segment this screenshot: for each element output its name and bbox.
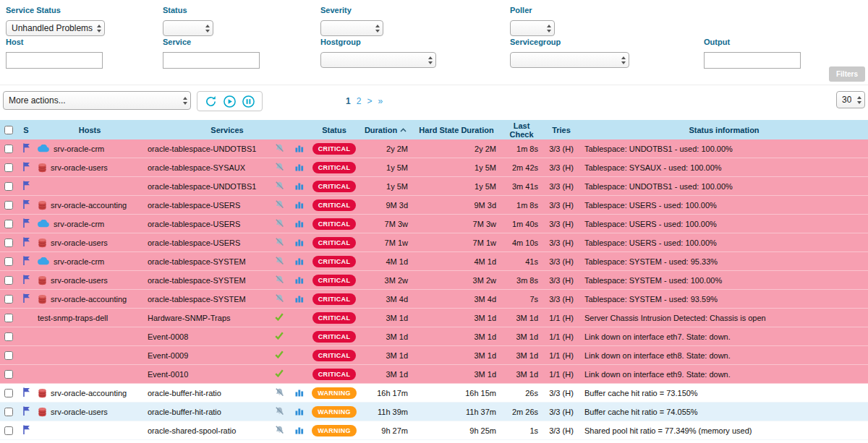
- performance-graph-icon[interactable]: [295, 200, 304, 209]
- service-name[interactable]: oracle-tablespace-USERS: [145, 201, 269, 210]
- performance-graph-icon[interactable]: [295, 144, 304, 152]
- host-name[interactable]: srv-oracle-accounting: [51, 201, 127, 210]
- host-name[interactable]: srv-oracle-crm: [54, 145, 104, 153]
- service-status-select[interactable]: Unhandled Problems: [6, 20, 105, 36]
- performance-graph-icon[interactable]: [295, 407, 304, 416]
- host-name[interactable]: test-snmp-traps-dell: [38, 314, 108, 322]
- service-input[interactable]: [163, 52, 260, 69]
- table-row: Event-0008 CRITI: [0, 327, 868, 346]
- page-next-link[interactable]: >: [367, 96, 372, 106]
- column-header-status[interactable]: Status: [310, 126, 359, 134]
- column-header-s[interactable]: S: [17, 126, 35, 134]
- pause-icon[interactable]: [242, 95, 255, 108]
- column-header-services[interactable]: Services: [145, 126, 310, 134]
- select-row-checkbox[interactable]: [4, 238, 13, 247]
- filter-status: Status: [163, 6, 213, 36]
- service-name[interactable]: oracle-buffer-hit-ratio: [145, 389, 269, 397]
- service-name[interactable]: oracle-tablespace-USERS: [145, 220, 269, 228]
- select-row-checkbox[interactable]: [4, 389, 13, 397]
- host-input[interactable]: [6, 52, 103, 69]
- column-header-hosts[interactable]: Hosts: [35, 126, 145, 134]
- select-row-checkbox[interactable]: [4, 201, 13, 210]
- page-current[interactable]: 1: [346, 96, 351, 106]
- service-name[interactable]: oracle-tablespace-SYSAUX: [145, 163, 269, 172]
- select-row-checkbox[interactable]: [4, 163, 13, 172]
- performance-graph-icon[interactable]: [295, 257, 304, 265]
- status-information-value: Tablespace: USERS - used: 100.00%: [580, 238, 868, 247]
- host-name[interactable]: srv-oracle-accounting: [51, 389, 127, 397]
- host-name[interactable]: srv-oracle-accounting: [51, 295, 127, 304]
- notifications-muted-icon: [275, 238, 284, 246]
- performance-graph-icon[interactable]: [295, 426, 304, 434]
- column-header-duration[interactable]: Duration: [359, 126, 412, 134]
- column-header-tries[interactable]: Tries: [542, 126, 580, 134]
- notifications-muted-icon: [275, 219, 284, 228]
- select-all-checkbox[interactable]: [4, 126, 13, 134]
- select-row-checkbox[interactable]: [4, 220, 13, 228]
- host-name[interactable]: srv-oracle-users: [51, 238, 108, 247]
- hard-state-duration-value: 3M 1d: [412, 314, 501, 322]
- service-name[interactable]: oracle-tablespace-SYSTEM: [145, 276, 269, 285]
- select-row-checkbox[interactable]: [4, 370, 13, 379]
- service-name[interactable]: Event-0010: [145, 370, 269, 379]
- select-row-checkbox[interactable]: [4, 426, 13, 435]
- page-2-link[interactable]: 2: [357, 96, 362, 106]
- flag-icon: [22, 181, 30, 190]
- select-row-checkbox[interactable]: [4, 351, 13, 360]
- play-icon[interactable]: [223, 95, 237, 108]
- severity-select[interactable]: [320, 20, 383, 36]
- table-row: Event-0009 CRITI: [0, 346, 868, 365]
- column-header-status-information[interactable]: Status information: [580, 126, 868, 134]
- select-row-checkbox[interactable]: [4, 295, 13, 304]
- hard-state-duration-value: 4M 1d: [412, 257, 501, 266]
- service-name[interactable]: Event-0009: [145, 351, 269, 360]
- status-information-value: Tablespace: SYSAUX - used: 100.00%: [580, 163, 868, 172]
- select-row-checkbox[interactable]: [4, 408, 13, 416]
- page-last-link[interactable]: »: [378, 96, 383, 106]
- service-name[interactable]: oracle-buffer-hit-ratio: [145, 408, 269, 416]
- host-name[interactable]: srv-oracle-crm: [54, 220, 104, 228]
- service-name[interactable]: oracle-tablespace-UNDOTBS1: [145, 145, 269, 153]
- select-row-checkbox[interactable]: [4, 257, 13, 266]
- service-name[interactable]: Event-0008: [145, 332, 269, 341]
- more-actions-select[interactable]: More actions...: [3, 91, 191, 110]
- column-header-hard-state-duration[interactable]: Hard State Duration: [412, 126, 501, 134]
- performance-graph-icon[interactable]: [295, 238, 304, 246]
- service-name[interactable]: oracle-tablespace-UNDOTBS1: [145, 182, 269, 191]
- performance-graph-icon[interactable]: [295, 181, 304, 190]
- status-select[interactable]: [163, 20, 213, 36]
- service-name[interactable]: oracle-tablespace-USERS: [145, 238, 269, 247]
- status-badge: CRITICAL: [312, 256, 356, 267]
- performance-graph-icon[interactable]: [295, 163, 304, 171]
- duration-value: 4M 1d: [359, 257, 412, 266]
- host-name[interactable]: srv-oracle-users: [51, 408, 108, 416]
- status-information-value: Tablespace: USERS - used: 100.00%: [580, 201, 868, 210]
- service-name[interactable]: oracle-tablespace-SYSTEM: [145, 295, 269, 304]
- service-name[interactable]: oracle-shared-spool-ratio: [145, 426, 269, 435]
- refresh-icon[interactable]: [204, 95, 218, 108]
- poller-select[interactable]: [510, 20, 555, 36]
- per-page-select[interactable]: 30: [836, 91, 865, 108]
- host-name[interactable]: srv-oracle-crm: [54, 257, 104, 266]
- notifications-muted-icon: [275, 294, 284, 303]
- select-row-checkbox[interactable]: [4, 145, 13, 153]
- performance-graph-icon[interactable]: [295, 219, 304, 228]
- performance-graph-icon[interactable]: [295, 388, 304, 397]
- hostgroup-label: Hostgroup: [320, 38, 436, 46]
- column-header-last-check[interactable]: Last Check: [501, 121, 542, 139]
- performance-graph-icon[interactable]: [295, 275, 304, 284]
- host-name[interactable]: srv-oracle-users: [51, 163, 108, 172]
- service-name[interactable]: oracle-tablespace-SYSTEM: [145, 257, 269, 266]
- output-input[interactable]: [704, 52, 801, 69]
- performance-graph-icon[interactable]: [295, 294, 304, 303]
- select-row-checkbox[interactable]: [4, 276, 13, 285]
- hostgroup-select[interactable]: [320, 52, 436, 68]
- select-row-checkbox[interactable]: [4, 332, 13, 341]
- service-name[interactable]: Hardware-SNMP-Traps: [145, 314, 269, 322]
- servicegroup-select[interactable]: [510, 52, 629, 68]
- select-row-checkbox[interactable]: [4, 314, 13, 322]
- select-row-checkbox[interactable]: [4, 182, 13, 191]
- host-name[interactable]: srv-oracle-users: [51, 276, 108, 285]
- filters-button[interactable]: Filters: [829, 66, 865, 82]
- servicegroup-label: Servicegroup: [510, 38, 629, 46]
